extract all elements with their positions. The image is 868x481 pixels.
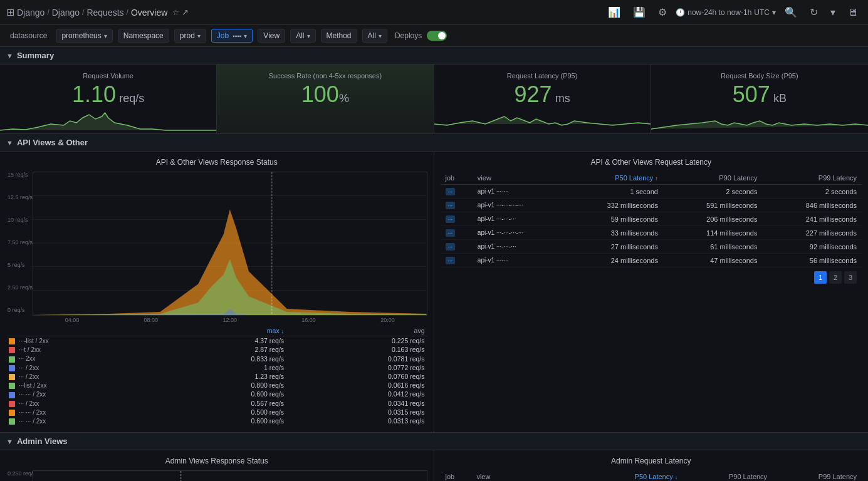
namespace-selector[interactable]: Namespace — [118, 29, 169, 43]
sep3: / — [127, 8, 128, 17]
api-p90-cell-1: 591 milliseconds — [663, 199, 763, 212]
prod-selector[interactable]: prod ▾ — [174, 29, 206, 43]
admin-views-caret-icon: ▼ — [6, 438, 13, 445]
api-job-cell-3: ··· — [441, 226, 473, 240]
admin-col-p99[interactable]: P99 Latency — [772, 470, 862, 481]
api-p90-cell-3: 114 milliseconds — [663, 226, 763, 240]
api-legend-row: ···-list / 2xx 4.37 req/s 0.225 req/s — [6, 336, 427, 346]
api-views-caret-icon: ▼ — [6, 139, 13, 147]
api-job-cell-2: ··· — [441, 212, 473, 226]
sep2: / — [82, 8, 84, 17]
api-latency-row: ··· api-v1 ···-···-···-··· 33 millisecon… — [441, 226, 862, 240]
view-selector[interactable]: View — [258, 29, 285, 43]
view-label: View — [263, 31, 280, 40]
page-3-btn[interactable]: 3 — [844, 271, 857, 284]
y-label-6: 0 req/s — [8, 307, 33, 313]
method-label: Method — [327, 31, 352, 40]
api-col-p50[interactable]: P50 Latency ↑ — [563, 172, 663, 185]
api-legend-avg-10: 0.0309 req/s — [286, 425, 427, 426]
settings-icon-btn[interactable]: ⚙ — [654, 5, 671, 19]
app-grid-icon[interactable]: ⊞ — [6, 6, 14, 18]
x-label-1: 08:00 — [144, 317, 159, 323]
summary-panels: Request Volume 1.10 req/s Success Rate (… — [0, 65, 868, 134]
api-legend-row: ··· ··· / 2xx 0.600 req/s 0.0313 req/s — [6, 416, 427, 425]
summary-caret-icon: ▼ — [6, 52, 13, 59]
topbar: ⊞ Django / Django / Requests / Overview … — [0, 0, 868, 25]
api-legend-max-4: 1.23 req/s — [158, 372, 286, 381]
request-latency-panel: Request Latency (P95) 927 ms — [434, 65, 651, 133]
y-label-4: 5 req/s — [8, 262, 33, 268]
api-col-job[interactable]: job — [441, 172, 473, 185]
legend-label-text-0: ···-list / 2xx — [19, 338, 49, 344]
save-icon-btn[interactable]: 💾 — [629, 5, 649, 19]
admin-col-p50[interactable]: P50 Latency ↓ — [593, 470, 682, 481]
api-col-view[interactable]: view — [473, 172, 564, 185]
page-2-btn[interactable]: 2 — [829, 271, 842, 284]
refresh-icon-btn[interactable]: ↻ — [806, 5, 822, 19]
legend-label-text-6: ··· ··· / 2xx — [19, 391, 46, 398]
x-label-0: 04:00 — [65, 317, 80, 323]
request-body-panel: Request Body Size (P95) 507 kB — [651, 65, 868, 133]
breadcrumb-django2[interactable]: Django — [52, 8, 80, 18]
deploys-toggle[interactable] — [427, 31, 447, 41]
legend-label-text-9: ··· ··· / 2xx — [19, 418, 46, 425]
api-views-section-header[interactable]: ▼ API Views & Other — [0, 134, 868, 152]
x-label-3: 16:00 — [301, 317, 316, 323]
breadcrumb-requests[interactable]: Requests — [86, 8, 123, 18]
api-p99-cell-1: 846 milliseconds — [762, 199, 862, 212]
admin-col-p90[interactable]: P90 Latency — [682, 470, 772, 481]
toolbar: datasource prometheus ▾ Namespace prod ▾… — [0, 25, 868, 47]
y-label-5: 2.50 req/s — [8, 284, 33, 291]
topbar-left: ⊞ Django / Django / Requests / Overview … — [6, 6, 600, 18]
api-legend-avg-5: 0.0616 req/s — [286, 381, 427, 390]
success-rate-panel: Success Rate (non 4-5xx responses) 100% — [217, 65, 434, 133]
legend-col-avg[interactable]: avg — [286, 326, 427, 336]
y-label-3: 7.50 req/s — [8, 239, 33, 246]
breadcrumb-django1[interactable]: Django — [17, 8, 44, 18]
admin-views-section-header[interactable]: ▼ Admin Views — [0, 433, 868, 450]
api-legend-avg-0: 0.225 req/s — [286, 336, 427, 346]
all2-caret: ▾ — [379, 33, 382, 39]
chart-icon-btn[interactable]: 📊 — [604, 5, 624, 19]
method-selector[interactable]: Method — [321, 29, 357, 43]
star-icon[interactable]: ☆ — [172, 8, 179, 17]
tv-icon-btn[interactable]: 🖥 — [844, 6, 862, 19]
legend-label-text-4: ··· / 2xx — [19, 373, 39, 380]
admin-col-job[interactable]: job — [441, 470, 472, 481]
request-body-value: 507 kB — [661, 83, 858, 106]
all2-selector[interactable]: All ▾ — [362, 29, 387, 43]
page-1-btn[interactable]: 1 — [814, 271, 827, 284]
prometheus-selector[interactable]: prometheus ▾ — [56, 29, 112, 43]
utc-label: UTC — [754, 8, 770, 17]
api-legend-max-0: 4.37 req/s — [158, 336, 286, 346]
api-col-p90[interactable]: P90 Latency — [663, 172, 763, 185]
api-p90-cell-2: 206 milliseconds — [663, 212, 763, 226]
api-p99-cell-2: 241 milliseconds — [762, 212, 862, 226]
x-label-2: 12:00 — [222, 317, 237, 323]
api-p50-cell-3: 33 milliseconds — [563, 226, 663, 240]
api-response-status-title: API & Other Views Response Status — [6, 158, 427, 167]
zoom-icon-btn[interactable]: 🔍 — [781, 5, 801, 19]
api-legend-label: ···t / 2xx — [6, 345, 158, 354]
all1-selector[interactable]: All ▾ — [290, 29, 315, 43]
job-selector[interactable]: Job ▪▪▪▪ ▾ — [211, 29, 253, 43]
api-response-status-panel: API & Other Views Response Status 15 req… — [0, 152, 434, 432]
api-latency-table: job view P50 Latency ↑ P90 Latency P99 L… — [441, 172, 862, 267]
api-latency-row: ··· api-v1 ···-···-··· 59 milliseconds 2… — [441, 212, 862, 226]
api-legend-row: ··· 2xx 0.833 req/s 0.0781 req/s — [6, 354, 427, 363]
share-icon[interactable]: ↗ — [182, 8, 189, 17]
summary-section-header[interactable]: ▼ Summary — [0, 47, 868, 65]
prod-caret: ▾ — [197, 33, 201, 39]
api-view-cell-4: api-v1 ···-···-··· — [473, 240, 564, 254]
job-value-display: ▪▪▪▪ — [233, 33, 241, 39]
chevron-down-btn[interactable]: ▾ — [827, 5, 839, 19]
api-job-cell-4: ··· — [441, 240, 473, 254]
admin-col-view[interactable]: view — [471, 470, 593, 481]
api-p99-cell-0: 2 seconds — [762, 185, 862, 199]
api-latency-panel: API & Other Views Request Latency job vi… — [434, 152, 869, 432]
prometheus-caret: ▾ — [104, 33, 107, 39]
time-label[interactable]: now-24h to now-1h — [688, 8, 751, 17]
api-col-p99[interactable]: P99 Latency — [762, 172, 862, 185]
legend-col-max[interactable]: max ↓ — [158, 326, 286, 336]
y-label-1: 12.5 req/s — [8, 194, 33, 200]
